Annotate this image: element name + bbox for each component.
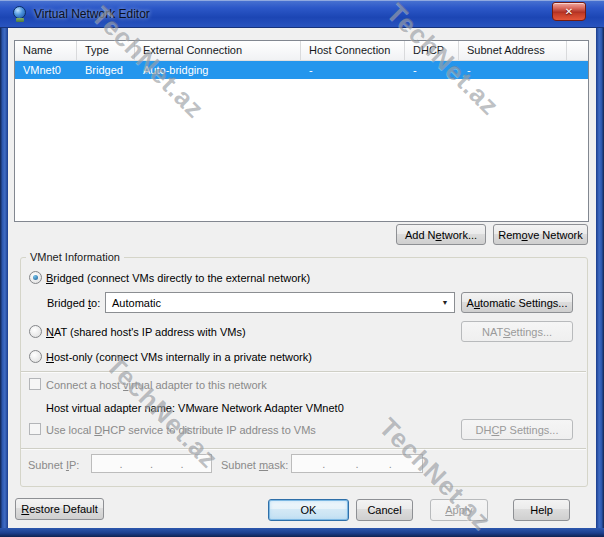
connect-host-adapter-label: Connect a host virtual adapter to this n… [46, 379, 267, 392]
subnet-ip-input: ... [91, 454, 212, 473]
close-icon: ✕ [565, 6, 573, 17]
host-adapter-name-text: Host virtual adapter name: VMware Networ… [46, 402, 344, 415]
table-row-vmnet0[interactable]: VMnet0 Bridged Auto-bridging - - - [15, 61, 588, 79]
dhcp-settings-button: DHCP Settings... [461, 419, 573, 440]
titlebar[interactable]: Virtual Network Editor ✕ [0, 0, 604, 28]
host-only-radio-label[interactable]: Host-only (connect VMs internally in a p… [46, 351, 312, 364]
bridged-radio[interactable] [29, 271, 42, 284]
host-only-radio[interactable] [29, 350, 42, 363]
column-header-subnet-address[interactable]: Subnet Address [459, 41, 567, 60]
use-local-dhcp-checkbox [29, 423, 41, 435]
column-header-type[interactable]: Type [77, 41, 135, 60]
cell-name: VMnet0 [15, 61, 77, 79]
connect-host-adapter-checkbox [29, 378, 41, 390]
cell-dhcp: - [405, 61, 459, 79]
table-header: Name Type External Connection Host Conne… [15, 41, 588, 61]
column-header-name[interactable]: Name [15, 41, 77, 60]
window-border-right [596, 28, 604, 537]
cancel-button[interactable]: Cancel [356, 499, 413, 521]
cell-subnet-address: - [459, 61, 567, 79]
separator [21, 371, 586, 372]
bridged-to-label: Bridged to: [47, 297, 100, 310]
nat-radio-label[interactable]: NAT (shared host's IP address with VMs) [46, 326, 246, 339]
apply-button: Apply [430, 499, 488, 521]
cell-external-connection: Auto-bridging [135, 61, 301, 79]
bridged-radio-label[interactable]: Bridged (connect VMs directly to the ext… [46, 272, 310, 285]
help-button[interactable]: Help [513, 499, 570, 521]
use-local-dhcp-label: Use local DHCP service to distribute IP … [46, 424, 316, 437]
column-header-dhcp[interactable]: DHCP [405, 41, 459, 60]
network-globe-icon [13, 6, 27, 22]
add-network-button[interactable]: Add Network... [396, 224, 486, 245]
column-header-external-connection[interactable]: External Connection [135, 41, 301, 60]
automatic-settings-button[interactable]: Automatic Settings... [461, 292, 573, 313]
bridged-to-selected-value: Automatic [106, 297, 436, 309]
column-header-filler [567, 41, 588, 60]
window-border-bottom [0, 528, 604, 537]
window-title: Virtual Network Editor [34, 7, 150, 21]
subnet-ip-label: Subnet IP: [28, 459, 79, 472]
separator [21, 448, 586, 449]
subnet-mask-label: Subnet mask: [221, 459, 288, 472]
restore-default-button[interactable]: Restore Default [15, 498, 104, 520]
nat-radio[interactable] [29, 325, 42, 338]
remove-network-button[interactable]: Remove Network [493, 224, 588, 245]
ok-button[interactable]: OK [268, 499, 349, 521]
cell-type: Bridged [77, 61, 135, 79]
chevron-down-icon: ▼ [436, 299, 454, 306]
column-header-host-connection[interactable]: Host Connection [301, 41, 405, 60]
window-border-left [0, 28, 8, 537]
subnet-mask-input: ... [291, 454, 423, 473]
close-button[interactable]: ✕ [552, 2, 586, 21]
vmnet-information-legend: VMnet Information [26, 251, 124, 263]
network-table: Name Type External Connection Host Conne… [14, 40, 589, 222]
virtual-network-editor-window: Virtual Network Editor ✕ Name Type Exter… [0, 0, 604, 537]
nat-settings-button: NAT Settings... [461, 321, 573, 342]
bridged-to-dropdown[interactable]: Automatic ▼ [105, 292, 455, 313]
cell-host-connection: - [301, 61, 405, 79]
